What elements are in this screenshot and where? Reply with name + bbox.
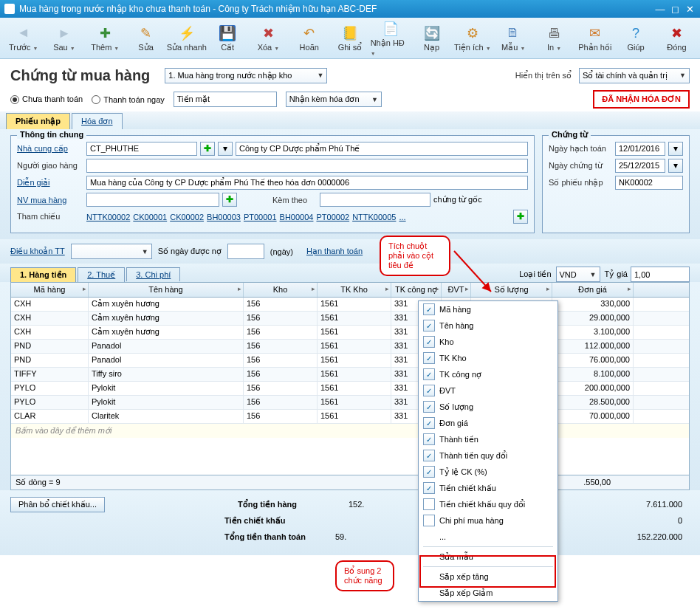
- reference-link[interactable]: NTTK00002: [86, 213, 130, 221]
- menu-item-column-toggle[interactable]: ✓ĐVT: [419, 382, 557, 399]
- column-header[interactable]: Đơn giá▸: [552, 283, 634, 297]
- cell[interactable]: PYLO: [11, 382, 89, 395]
- toolbar-undo-button[interactable]: ↶Hoãn: [289, 19, 329, 58]
- supplier-name-input[interactable]: Công ty CP Dược phẩm Phú Thế: [236, 142, 528, 156]
- cell[interactable]: CXH: [11, 326, 89, 339]
- cell[interactable]: Pylokit: [89, 396, 244, 409]
- cell[interactable]: 156: [244, 340, 318, 353]
- description-label[interactable]: Diễn giải: [17, 178, 83, 188]
- payment-method-input[interactable]: Tiền mặt: [174, 92, 277, 107]
- cell[interactable]: 156: [244, 298, 318, 311]
- attach-input[interactable]: [320, 193, 430, 207]
- cell[interactable]: 8.100,000: [552, 368, 634, 381]
- reference-link[interactable]: PT00002: [316, 213, 349, 221]
- received-invoice-button[interactable]: ĐÃ NHẬN HÓA ĐƠN: [593, 90, 690, 109]
- cell[interactable]: PYLO: [11, 396, 89, 409]
- detail-tab-goods[interactable]: 1. Hàng tiền: [10, 267, 76, 282]
- description-input[interactable]: Mua hàng của Công ty CP Dược phẩm Phú Th…: [86, 176, 528, 190]
- tab-receipt[interactable]: Phiếu nhập: [6, 113, 70, 129]
- due-label[interactable]: Hạn thanh toán: [306, 247, 363, 256]
- cell[interactable]: Panadol: [89, 340, 244, 353]
- supplier-code-input[interactable]: CT_PHUTHE: [86, 142, 197, 156]
- currency-dropdown[interactable]: VND ▼: [556, 267, 600, 282]
- cell[interactable]: 29.000,000: [552, 312, 634, 325]
- lookup-supplier-button[interactable]: ▾: [218, 142, 233, 156]
- voucher-type-dropdown[interactable]: 1. Mua hàng trong nước nhập kho ▼: [165, 68, 327, 83]
- menu-item-column-toggle[interactable]: ✓Thành tiền quy đổi: [419, 447, 557, 464]
- minimize-button[interactable]: —: [654, 4, 666, 15]
- table-row[interactable]: CXHCảm xuyên hương1561561331.000,00330,0…: [11, 298, 689, 312]
- cell[interactable]: Cảm xuyên hương: [89, 298, 244, 311]
- cell[interactable]: 1561: [318, 326, 391, 339]
- menu-item-column-toggle[interactable]: Chi phí mua hàng: [419, 512, 557, 529]
- cell[interactable]: PND: [11, 340, 89, 353]
- cell[interactable]: 1561: [318, 368, 391, 381]
- items-grid[interactable]: Mã hàng▸Tên hàng▸Kho▸TK Kho▸TK công nợ▸Đ…: [10, 282, 690, 490]
- reference-link[interactable]: BH00003: [207, 213, 241, 221]
- reference-link[interactable]: CK00001: [133, 213, 167, 221]
- menu-item-column-toggle[interactable]: ✓Tên hàng: [419, 317, 557, 334]
- date-picker-icon[interactable]: ▾: [668, 159, 683, 173]
- reference-link[interactable]: ...: [399, 213, 405, 221]
- column-header[interactable]: TK Kho▸: [318, 283, 391, 297]
- deliverer-input[interactable]: [86, 159, 528, 173]
- terms-label[interactable]: Điều khoản TT: [10, 247, 65, 256]
- toolbar-prev-button[interactable]: ◄Trước ▼: [3, 19, 44, 58]
- cell[interactable]: 1561: [318, 340, 391, 353]
- toolbar-util-button[interactable]: ⚙Tiện ích ▼: [452, 19, 493, 58]
- cell[interactable]: CXH: [11, 312, 89, 325]
- menu-item-column-toggle[interactable]: ✓Kho: [419, 334, 557, 350]
- detail-tab-cost[interactable]: 3. Chi phí: [126, 267, 180, 281]
- cell[interactable]: Panadol: [89, 354, 244, 367]
- allocate-discount-button[interactable]: Phân bổ chiết khấu...: [10, 497, 105, 512]
- menu-item-sort-desc[interactable]: Sắp xếp Giảm: [419, 585, 557, 601]
- toolbar-edit-button[interactable]: ✎Sửa: [126, 19, 166, 58]
- table-row[interactable]: CXHCảm xuyên hương1561561331.000,0029.00…: [11, 312, 689, 326]
- close-window-button[interactable]: ✕: [684, 4, 696, 15]
- cell[interactable]: 156: [244, 368, 318, 381]
- reference-link[interactable]: BH00004: [280, 213, 314, 221]
- cell[interactable]: Cảm xuyên hương: [89, 312, 244, 325]
- cell[interactable]: 156: [244, 326, 318, 339]
- cell[interactable]: Claritek: [89, 410, 244, 423]
- toolbar-reload-button[interactable]: 🔄Nạp: [411, 19, 452, 58]
- toolbar-recv-button[interactable]: 📄Nhận HĐ ▼: [371, 19, 411, 58]
- cell[interactable]: 76.000,000: [552, 354, 634, 367]
- cell[interactable]: 330,000: [552, 298, 634, 311]
- radio-paid-now[interactable]: Thanh toán ngay: [92, 95, 165, 104]
- menu-item-column-toggle[interactable]: ✓Mã hàng: [419, 301, 557, 317]
- cell[interactable]: 156: [244, 382, 318, 395]
- cell[interactable]: 1561: [318, 312, 391, 325]
- cell[interactable]: Tiffy siro: [89, 368, 244, 381]
- terms-dropdown[interactable]: ▼: [71, 244, 152, 259]
- cell[interactable]: 1561: [318, 396, 391, 409]
- display-book-dropdown[interactable]: Sổ tài chính và quản trị ▼: [579, 68, 690, 83]
- toolbar-print-button[interactable]: 🖶In ▼: [534, 19, 574, 58]
- cell[interactable]: 28.500,000: [552, 396, 634, 409]
- cell[interactable]: 1561: [318, 354, 391, 367]
- menu-item-edit-template[interactable]: Sửa mẫu: [419, 549, 557, 565]
- cell[interactable]: 1561: [318, 410, 391, 423]
- toolbar-next-button[interactable]: ►Sau ▼: [44, 19, 84, 58]
- menu-item-column-toggle[interactable]: ✓Thành tiền: [419, 431, 557, 447]
- cell[interactable]: Cảm xuyên hương: [89, 326, 244, 339]
- cell[interactable]: 1561: [318, 382, 391, 395]
- posted-date-input[interactable]: 12/01/2016: [615, 142, 665, 156]
- credit-days-input[interactable]: [227, 244, 264, 259]
- toolbar-feedback-button[interactable]: ✉Phản hồi: [574, 19, 615, 58]
- column-header[interactable]: Mã hàng▸: [11, 283, 89, 297]
- toolbar-tpl-button[interactable]: 🗎Mẫu ▼: [493, 19, 534, 58]
- reference-link[interactable]: PT00001: [244, 213, 277, 221]
- cell[interactable]: Pylokit: [89, 382, 244, 395]
- maximize-button[interactable]: ◻: [669, 4, 681, 15]
- column-header[interactable]: Tên hàng▸: [89, 283, 244, 297]
- table-row[interactable]: CLARClaritek1561561331250,0070.000,000: [11, 410, 689, 424]
- menu-item-column-toggle[interactable]: ✓Tiền chiết khấu: [419, 480, 557, 496]
- radio-unpaid[interactable]: Chưa thanh toán: [10, 95, 83, 104]
- table-row[interactable]: PNDPanadol1561561331200,00112.000,000: [11, 340, 689, 354]
- add-new-row[interactable]: Bấm vào đây để thêm mới: [11, 424, 689, 438]
- menu-item-column-toggle[interactable]: ✓Số lượng: [419, 399, 557, 415]
- table-row[interactable]: PYLOPylokit1561561331500,0028.500,000: [11, 396, 689, 410]
- cell[interactable]: 1561: [318, 298, 391, 311]
- date-picker-icon[interactable]: ▾: [668, 142, 683, 156]
